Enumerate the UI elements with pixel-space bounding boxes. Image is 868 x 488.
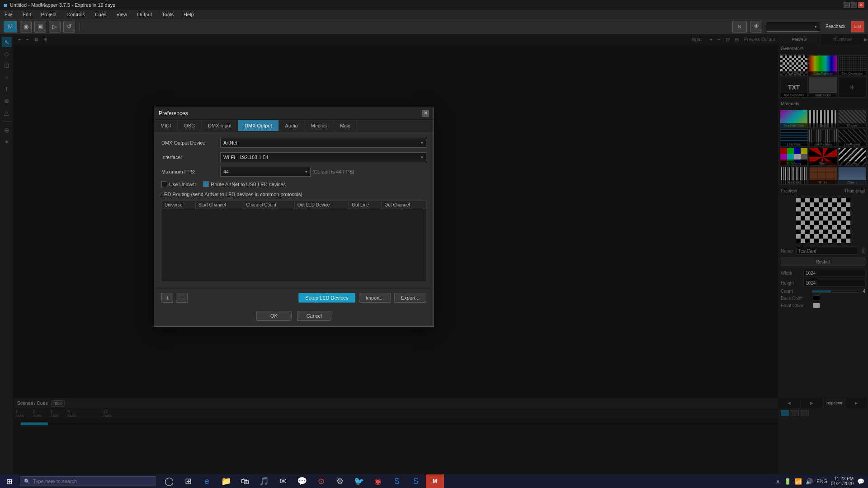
interface-dropdown[interactable]: Wi-Fi - 192.168.1.54 ▾: [220, 152, 426, 162]
menu-file[interactable]: File: [3, 12, 14, 17]
feedback-btn[interactable]: Feedback: [824, 24, 847, 29]
taskbar-skype2[interactable]: S: [407, 474, 425, 488]
taskbar-chrome[interactable]: ⊙: [312, 474, 330, 488]
cancel-button[interactable]: Cancel: [297, 311, 331, 321]
close-button[interactable]: ✕: [858, 2, 864, 8]
dialog-close-button[interactable]: ✕: [422, 110, 429, 117]
interface-label: Interface:: [161, 155, 220, 160]
taskbar-skype1[interactable]: S: [388, 474, 406, 488]
menu-controls[interactable]: Controls: [65, 12, 87, 17]
taskbar-app2[interactable]: ◉: [369, 474, 387, 488]
toolbar-ndi[interactable]: N: [732, 21, 747, 33]
taskbar-chat[interactable]: 💬: [293, 474, 311, 488]
remove-row-button[interactable]: -: [176, 293, 188, 303]
madmapper-icon[interactable]: MM: [851, 21, 864, 33]
menu-project[interactable]: Project: [39, 12, 58, 17]
fps-label: Maximum FPS:: [161, 169, 220, 174]
fps-note: (Default is 44 FPS): [312, 169, 354, 174]
tab-midi[interactable]: MIDI: [154, 120, 178, 131]
taskbar-apps: ◯ ⊞ e 📁 🛍 🎵 ✉ 💬 ⊙ ⚙ 🐦 ◉ S S M: [160, 474, 444, 488]
menu-tools[interactable]: Tools: [160, 12, 175, 17]
dialog-titlebar: Preferences ✕: [154, 107, 434, 120]
route-artnet-checkbox[interactable]: Route ArtNet to USB LED devices: [203, 181, 286, 187]
dialog-bottom: + - Setup LED Devices Import... Export..…: [154, 288, 434, 307]
tab-osc[interactable]: OSC: [178, 120, 202, 131]
routing-table: Universe Start Channel Channel Count Out…: [161, 201, 426, 282]
toolbar-logo: M: [4, 21, 17, 33]
toolbar-mode4[interactable]: ↺: [63, 21, 75, 33]
dialog-title: Preferences: [159, 110, 188, 117]
fps-input-container[interactable]: 44 ▾: [220, 167, 311, 177]
menu-edit[interactable]: Edit: [21, 12, 33, 17]
ok-button[interactable]: OK: [256, 311, 292, 321]
taskbar-mail[interactable]: ✉: [274, 474, 292, 488]
taskbar-madmapper[interactable]: M: [426, 474, 444, 488]
time-display: 11:23 PM: [831, 476, 854, 481]
minimize-button[interactable]: ─: [844, 2, 850, 8]
taskbar-battery: 🔋: [784, 478, 791, 485]
interface-value: Wi-Fi - 192.168.1.54: [223, 155, 269, 160]
dropdown-arrow-device: ▾: [421, 141, 423, 145]
toolbar-sep1: [80, 22, 80, 31]
use-unicast-checkbox[interactable]: Use Unicast: [161, 181, 196, 187]
dialog-bottom-right: Setup LED Devices Import... Export...: [298, 293, 426, 303]
tab-misc[interactable]: Misc: [334, 120, 357, 131]
unicast-box[interactable]: [161, 181, 167, 187]
routing-header: LED Routing (send ArtNet to LED devices …: [161, 192, 426, 197]
tab-medias[interactable]: Medias: [305, 120, 334, 131]
dmx-output-device-dropdown[interactable]: ArtNet ▾: [220, 138, 426, 148]
tab-audio[interactable]: Audio: [279, 120, 305, 131]
col-start-channel: Start Channel: [195, 201, 243, 209]
setup-led-devices-button[interactable]: Setup LED Devices: [298, 293, 355, 303]
toolbar-dropdown[interactable]: ▾: [766, 22, 820, 32]
toolbar-mode2[interactable]: ▣: [34, 21, 46, 33]
route-artnet-box[interactable]: [203, 181, 209, 187]
col-out-line: Out Line: [349, 201, 382, 209]
taskbar-settings[interactable]: ⚙: [331, 474, 349, 488]
menu-help[interactable]: Help: [182, 12, 196, 17]
add-row-button[interactable]: +: [161, 293, 173, 303]
routing-header-row: Universe Start Channel Channel Count Out…: [162, 201, 426, 209]
export-button[interactable]: Export...: [394, 293, 426, 303]
taskbar-lang[interactable]: ENG: [816, 479, 827, 484]
taskbar-bird[interactable]: 🐦: [350, 474, 368, 488]
window-title: Untitled - MadMapper 3.7.5 - Expires in …: [10, 2, 115, 8]
routing-empty-row: [162, 209, 426, 282]
toolbar-mode3[interactable]: ▷: [49, 21, 61, 33]
import-button[interactable]: Import...: [359, 293, 391, 303]
dmx-output-device-row: DMX Output Device ArtNet ▾: [161, 138, 426, 148]
tab-dmx-output[interactable]: DMX Output: [238, 120, 279, 131]
dialog-ok-area: OK Cancel: [154, 307, 434, 326]
fps-value: 44: [223, 169, 229, 174]
fps-row: Maximum FPS: 44 ▾ (Default is 44 FPS): [161, 167, 426, 177]
taskbar-notification[interactable]: 💬: [857, 478, 864, 485]
dialog-tabs: MIDI OSC DMX Input DMX Output Audio Medi…: [154, 120, 434, 131]
start-button[interactable]: ⊞: [0, 474, 18, 488]
maximize-button[interactable]: □: [851, 2, 857, 8]
col-out-led-device: Out LED Device: [294, 201, 349, 209]
routing-table-body: [162, 209, 426, 282]
toolbar: M ◉ ▣ ▷ ↺ N 👁 ▾ Feedback MM: [0, 19, 868, 34]
tab-dmx-input[interactable]: DMX Input: [202, 120, 238, 131]
search-bar[interactable]: 🔍: [20, 476, 156, 486]
toolbar-mode1[interactable]: ◉: [20, 21, 32, 33]
toolbar-preview[interactable]: 👁: [750, 21, 762, 33]
menu-view[interactable]: View: [115, 12, 129, 17]
taskbar-cortana[interactable]: ◯: [160, 474, 178, 488]
taskbar-edge[interactable]: e: [198, 474, 216, 488]
interface-row: Interface: Wi-Fi - 192.168.1.54 ▾: [161, 152, 426, 162]
taskbar-store[interactable]: 🛍: [236, 474, 254, 488]
taskbar-explorer[interactable]: 📁: [217, 474, 235, 488]
menu-output[interactable]: Output: [135, 12, 154, 17]
search-input[interactable]: [33, 479, 142, 484]
menu-cues[interactable]: Cues: [93, 12, 108, 17]
taskbar-wifi: 📶: [795, 478, 802, 485]
dmx-output-device-value: ArtNet: [223, 140, 237, 145]
menu-bar: File Edit Project Controls Cues View Out…: [0, 10, 868, 19]
taskbar-volume[interactable]: 🔊: [806, 478, 813, 485]
taskbar-up-arrow[interactable]: ∧: [776, 478, 780, 485]
routing-table-header: Universe Start Channel Channel Count Out…: [162, 201, 426, 209]
taskbar-music[interactable]: 🎵: [255, 474, 273, 488]
taskbar-taskview[interactable]: ⊞: [179, 474, 197, 488]
fps-stepper: ▾: [305, 169, 307, 174]
